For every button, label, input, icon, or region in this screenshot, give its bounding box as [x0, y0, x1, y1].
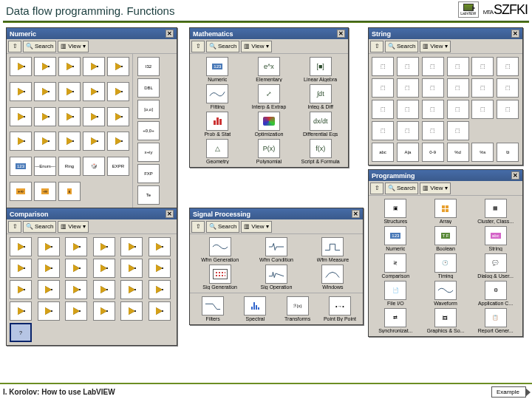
str-replace[interactable]: ⬚ — [447, 57, 469, 76]
str-sub-pd[interactable]: %d — [447, 143, 469, 162]
str-d2[interactable]: ⬚ — [397, 121, 419, 140]
math-poly[interactable]: P(x)Polynomial — [245, 139, 294, 164]
fn-abs[interactable] — [10, 107, 32, 126]
fn-sign[interactable] — [107, 132, 129, 151]
cmp-ne[interactable] — [38, 237, 60, 256]
titlebar-math[interactable]: Mathematics ✕ — [190, 28, 348, 39]
conv-arr[interactable]: [o,o] — [137, 100, 160, 119]
prog-waveform[interactable]: Waveform — [422, 281, 470, 306]
cmp-selected[interactable]: ? — [10, 323, 32, 342]
str-search[interactable]: ⬚ — [497, 57, 519, 76]
math-diffeq[interactable]: dx/dtDifferential Eqs — [296, 112, 345, 137]
fn-increment[interactable] — [10, 82, 32, 101]
str-sub-num[interactable]: 0-9 — [422, 143, 444, 162]
sig-spectral[interactable]: Spectral — [235, 296, 275, 321]
prog-timing[interactable]: 🕒Timing — [422, 253, 470, 279]
prog-boolean[interactable]: T FBoolean — [422, 226, 470, 251]
fn-ceil[interactable] — [83, 107, 105, 126]
prog-array[interactable]: Array — [422, 199, 470, 224]
fn-array-add[interactable] — [58, 82, 81, 101]
const-expr[interactable]: EXPR — [107, 157, 129, 176]
sig-gen[interactable]: Sig Generation — [193, 265, 247, 290]
fn-subtract[interactable] — [34, 57, 56, 76]
str-fmt2[interactable]: ⬚ — [397, 78, 419, 98]
prog-numeric[interactable]: 123Numeric — [372, 226, 420, 251]
str-d3[interactable]: ⬚ — [422, 121, 444, 140]
fn-divide[interactable] — [83, 57, 105, 76]
str-match[interactable]: ⬚ — [471, 57, 494, 76]
cmp-r2[interactable] — [38, 301, 60, 321]
prog-graphics[interactable]: 🖼Graphics & So... — [422, 308, 470, 333]
conv-byte[interactable]: +0,0+ — [137, 121, 160, 140]
math-prob[interactable]: Prob & Stat — [193, 112, 242, 137]
view-button[interactable]: ▥View▾ — [420, 41, 450, 52]
const-inf[interactable]: +∞ — [10, 182, 32, 201]
str-len[interactable]: ⬚ — [372, 57, 394, 76]
sig-transforms[interactable]: ℱ{x}Transforms — [278, 296, 318, 321]
prog-comparison[interactable]: ≷Comparison — [372, 253, 420, 279]
str-d4[interactable]: ⬚ — [447, 121, 469, 140]
str-sub-case[interactable]: A|a — [397, 143, 419, 162]
close-icon[interactable]: ✕ — [511, 171, 519, 180]
const-random[interactable]: 🎲 — [83, 157, 105, 176]
conv-complex[interactable]: x+iy — [137, 143, 160, 162]
titlebar-string[interactable]: String ✕ — [369, 28, 522, 39]
close-icon[interactable]: ✕ — [352, 210, 360, 218]
sub-te[interactable]: Te — [137, 185, 160, 205]
view-button[interactable]: ▥View▾ — [420, 183, 450, 194]
up-button[interactable]: ⇧ — [370, 41, 383, 52]
cmp-gt[interactable] — [65, 237, 87, 256]
example-button[interactable]: Example — [491, 386, 526, 398]
view-button[interactable]: ▥View▾ — [58, 41, 88, 52]
prog-structures[interactable]: ▣Structures — [372, 199, 420, 224]
str-fmt6[interactable]: ⬚ — [497, 78, 519, 98]
sig-wfm-gen[interactable]: Wfm Generation — [193, 237, 247, 262]
up-button[interactable]: ⇧ — [370, 183, 383, 194]
cmp-gt0[interactable] — [65, 259, 87, 278]
prog-cluster[interactable]: ▦Cluster, Class... — [471, 199, 519, 224]
cmp-le0[interactable] — [149, 259, 171, 278]
search-button[interactable]: 🔍Search — [206, 221, 239, 233]
str-c1[interactable]: ⬚ — [372, 100, 394, 119]
sub-fxp[interactable]: FXP — [137, 164, 160, 183]
str-c5[interactable]: ⬚ — [471, 100, 494, 119]
cmp-empty[interactable] — [149, 280, 171, 299]
sig-op[interactable]: Sig Operation — [249, 265, 303, 290]
cmp-eq0[interactable] — [10, 259, 32, 278]
cmp-range[interactable] — [93, 280, 115, 299]
cmp-lt[interactable] — [93, 237, 115, 256]
titlebar-comparison[interactable]: Comparison ✕ — [7, 208, 177, 219]
titlebar-numeric[interactable]: Numeric ✕ — [7, 28, 177, 39]
sig-filters[interactable]: Filters — [193, 296, 233, 321]
cmp-eq[interactable] — [10, 237, 32, 256]
math-interp[interactable]: ⤢Interp & Extrap — [245, 84, 294, 109]
cmp-r5[interactable] — [120, 301, 143, 321]
search-button[interactable]: 🔍Search — [206, 41, 239, 52]
str-d1[interactable]: ⬚ — [372, 121, 394, 140]
sig-wfm-meas[interactable]: Wfm Measure — [306, 237, 360, 262]
prog-sync[interactable]: ⇄Synchronizat... — [372, 308, 420, 333]
fn-add[interactable] — [10, 57, 32, 76]
titlebar-programming[interactable]: Programming ✕ — [369, 170, 522, 181]
const-123[interactable]: 123 — [10, 157, 32, 176]
up-button[interactable]: ⇧ — [8, 221, 21, 233]
search-button[interactable]: 🔍Search — [23, 41, 56, 52]
cmp-r1[interactable] — [10, 301, 32, 321]
math-linalg[interactable]: [■]Linear Algebra — [296, 57, 345, 82]
cmp-lt0[interactable] — [93, 259, 115, 278]
cmp-ne0[interactable] — [38, 259, 60, 278]
cmp-ge0[interactable] — [120, 259, 143, 278]
str-fmt5[interactable]: ⬚ — [471, 78, 494, 98]
const-ninf[interactable]: -∞ — [34, 182, 56, 201]
fn-floor[interactable] — [58, 107, 81, 126]
math-optim[interactable]: Optimization — [245, 112, 294, 137]
fn-quotient[interactable] — [107, 57, 129, 76]
cmp-r6[interactable] — [149, 301, 171, 321]
const-eps[interactable]: ε — [58, 182, 81, 201]
math-numeric[interactable]: 123Numeric — [193, 57, 242, 82]
fn-array-mul[interactable] — [83, 82, 105, 101]
str-fmt4[interactable]: ⬚ — [447, 78, 469, 98]
conv-dbl[interactable]: DBL — [137, 78, 160, 98]
titlebar-signal[interactable]: Signal Processing ✕ — [190, 208, 363, 219]
close-icon[interactable]: ✕ — [166, 210, 174, 218]
